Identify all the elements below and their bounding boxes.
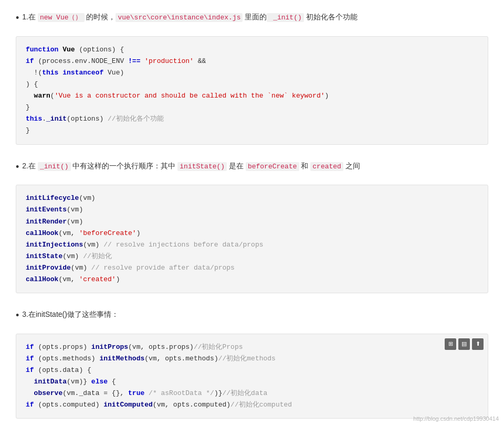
fn-warn: warn [34,92,50,100]
kw-if-data: if [26,366,34,374]
comment-injections: // resolve injections before data/props [103,241,263,249]
kw-if-props: if [26,343,34,351]
str-warn-msg: 'Vue is a constructor and should be call… [55,92,325,100]
toolbar-grid-btn[interactable]: ⊞ [445,338,456,350]
label-1a: 1.在 [22,13,38,21]
fn-vue: Vue [62,46,75,54]
toolbar-copy-btn[interactable]: ⬆ [472,338,484,350]
kw-if1: if [26,57,34,65]
kw-if-computed: if [26,401,34,409]
fn-observe: observe [34,389,63,397]
kw-this1: this [42,69,58,77]
comment-computed: //初始化computed [230,401,292,409]
label-2e: 之间 [343,162,360,170]
fn-initstate: initState [26,252,62,260]
label-1d: 初始化各个功能 [304,13,358,21]
fn-initmethods: initMethods [99,355,144,362]
fn-initrender: initRender [26,218,67,226]
code-created: created [310,162,343,171]
str-created: 'created' [79,275,116,283]
comment-provide: // resolve provide after data/props [91,264,235,272]
bullet-item-1: • 1.在 new Vue（） 的时候，vue\src\core\instanc… [16,10,488,26]
kw-neq: !== [128,57,140,65]
str-beforecreate: 'beforeCreate' [79,229,136,237]
comment-props: //初始化Props [194,343,243,351]
kw-else: else [91,378,108,386]
fn-initprovide: initProvide [26,264,71,272]
code-new-vue: new Vue（） [38,13,85,22]
fn-initlifecycle: initLifecycle [26,194,79,202]
bullet-dot-2: • [16,159,19,175]
label-2a: 2.在 [22,162,38,170]
section-1: • 1.在 new Vue（） 的时候，vue\src\core\instanc… [16,10,488,145]
fn-initcomputed: initComputed [103,401,153,409]
section-3: • 3.在initState()做了这些事情： ⊞ ▤ ⬆ if (opts.p… [16,308,488,419]
bullet-item-3: • 3.在initState()做了这些事情： [16,308,488,323]
comment-init: //初始化各个功能 [108,115,164,123]
comment-asrootdata: /* asRootData */ [149,389,214,397]
code-initstate: initState() [177,162,227,171]
method-init: _init [46,115,67,123]
label-2c: 是在 [227,162,246,170]
fn-initinjections: initInjections [26,241,83,249]
watermark: http://blog.csdn.net/cdp19930414 [413,415,499,422]
comment-methods: //初始化methods [218,355,276,362]
section-2: • 2.在 _init() 中有这样的一个执行顺序：其中 initState()… [16,159,488,294]
label-1c: 里面的 [243,13,267,21]
fn-initprops: initProps [91,343,128,351]
comment-initstate: //初始化 [83,252,112,260]
fn-callhook-bc: callHook [26,229,58,237]
kw-function: function [26,46,58,54]
bullet-text-1: 1.在 new Vue（） 的时候，vue\src\core\instance\… [22,10,357,24]
kw-instanceof: instanceof [62,69,103,77]
bullet-item-2: • 2.在 _init() 中有这样的一个执行顺序：其中 initState()… [16,159,488,175]
code-init2: _init() [38,162,71,171]
code-block-3: ⊞ ▤ ⬆ if (opts.props) initProps(vm, opts… [16,334,488,419]
kw-if-methods: if [26,355,34,362]
article-content: • 1.在 new Vue（） 的时候，vue\src\core\instanc… [16,10,488,427]
fn-callhook-created: callHook [26,275,58,283]
bullet-text-3: 3.在initState()做了这些事情： [22,308,119,321]
code-beforecreate: beforeCreate [246,162,299,171]
code-block-1: function Vue (options) { if (process.env… [16,36,488,145]
toolbar-list-btn[interactable]: ▤ [458,338,470,350]
code-init-fn: _init() [267,13,303,22]
str-production: 'production' [144,57,194,65]
bullet-dot-1: • [16,10,19,26]
code-file-path: vue\src\core\instance\index.js [116,13,243,22]
bullet-dot-3: • [16,308,19,323]
fn-initevents: initEvents [26,206,67,214]
label-1b: 的时候， [85,13,116,21]
label-2d: 和 [299,162,311,170]
kw-this2: this [26,115,42,123]
fn-initdata: initData [34,378,67,386]
label-2b: 中有这样的一个执行顺序：其中 [71,162,178,170]
toolbar-icons: ⊞ ▤ ⬆ [445,338,484,350]
comment-data: //初始化data [223,389,268,397]
kw-true: true [128,389,144,397]
bullet-text-2: 2.在 _init() 中有这样的一个执行顺序：其中 initState() 是… [22,159,360,173]
code-block-2: initLifecycle(vm) initEvents(vm) initRen… [16,185,488,293]
